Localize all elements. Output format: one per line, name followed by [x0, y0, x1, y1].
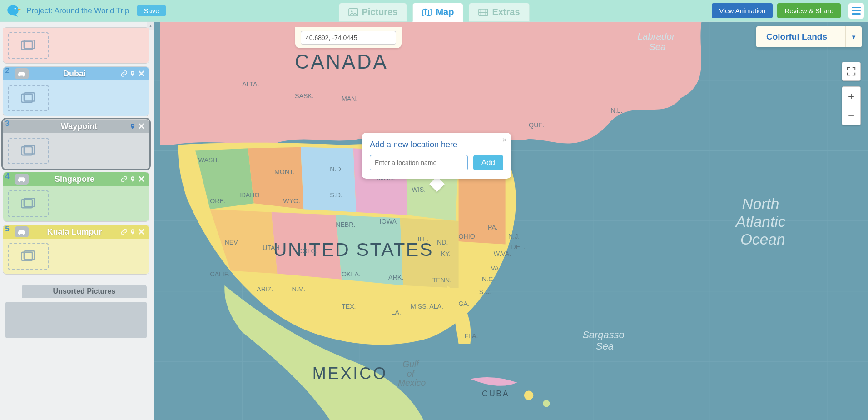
location-name-input[interactable] — [370, 155, 468, 170]
main-tabs: Pictures Map Extras — [338, 0, 529, 22]
map-label-mexico: MEXICO — [312, 364, 387, 383]
location-actions: ✕ — [120, 175, 145, 184]
add-location-popup: × Add a new location here Add — [362, 133, 511, 179]
svg-text:ARIZ.: ARIZ. — [257, 285, 273, 293]
unsorted-pictures-dropzone[interactable] — [5, 302, 147, 338]
tab-map[interactable]: Map — [412, 3, 463, 22]
delete-location-button[interactable]: ✕ — [138, 122, 145, 131]
delete-location-button[interactable]: ✕ — [138, 227, 145, 236]
pin-icon[interactable] — [129, 122, 136, 130]
svg-text:QUE.: QUE. — [529, 121, 545, 129]
location-card[interactable] — [3, 27, 149, 64]
link-icon[interactable] — [120, 175, 128, 183]
tab-map-label: Map — [436, 7, 454, 17]
hamburger-menu-button[interactable] — [848, 3, 864, 19]
location-body[interactable] — [3, 80, 149, 116]
picture-dropzone[interactable] — [8, 32, 49, 59]
view-animation-button[interactable]: View Animation — [712, 3, 773, 18]
svg-text:WYO.: WYO. — [283, 197, 300, 205]
location-number: 5 — [2, 224, 12, 234]
map-canvas[interactable]: CANADA UNITED STATES MEXICO CUBA North A… — [154, 22, 868, 420]
svg-text:KY.: KY. — [441, 250, 451, 257]
zoom-out-button[interactable]: − — [842, 106, 860, 125]
coord-input[interactable] — [301, 31, 396, 45]
add-location-button[interactable]: Add — [473, 155, 503, 170]
location-number: 3 — [2, 119, 12, 129]
svg-text:ORE.: ORE. — [210, 197, 226, 205]
fit-to-screen-button[interactable] — [842, 62, 861, 81]
svg-point-16 — [543, 400, 550, 407]
svg-text:N.M.: N.M. — [292, 285, 306, 293]
location-card[interactable]: 3 Waypoint ✕ — [3, 119, 149, 169]
svg-text:IOWA: IOWA — [380, 218, 397, 225]
location-card[interactable]: 4 Singapore ✕ — [3, 172, 149, 222]
transport-mode-icon[interactable] — [15, 226, 29, 237]
location-title: Waypoint — [31, 122, 127, 131]
tab-extras[interactable]: Extras — [469, 3, 529, 22]
popup-close-button[interactable]: × — [502, 135, 507, 145]
location-header[interactable]: Kuala Lumpur ✕ — [3, 225, 149, 239]
location-card[interactable]: 2 Dubai ✕ — [3, 66, 149, 116]
picture-dropzone[interactable] — [8, 190, 49, 217]
link-icon[interactable] — [120, 228, 128, 235]
map-icon — [422, 8, 432, 16]
location-number: 4 — [2, 171, 12, 181]
location-header[interactable]: Singapore ✕ — [3, 172, 149, 186]
location-body[interactable] — [3, 186, 149, 221]
svg-text:UTAH: UTAH — [263, 244, 280, 251]
location-title: Singapore — [31, 175, 118, 184]
app-logo-bird-icon — [5, 3, 21, 19]
map-style-selector[interactable]: Colorful Lands ▼ — [756, 26, 862, 47]
zoom-in-button[interactable]: + — [842, 87, 860, 106]
picture-dropzone[interactable] — [8, 243, 49, 270]
save-button[interactable]: Save — [137, 5, 165, 16]
transport-mode-icon[interactable] — [15, 68, 29, 79]
delete-location-button[interactable]: ✕ — [138, 69, 145, 78]
svg-text:LA.: LA. — [392, 309, 401, 316]
location-body[interactable] — [3, 133, 149, 169]
svg-text:NEV.: NEV. — [225, 239, 239, 246]
svg-text:MAN.: MAN. — [342, 95, 357, 102]
svg-text:COLO.: COLO. — [298, 247, 317, 255]
svg-text:North
        Atlantic
       : North Atlantic Ocean — [735, 195, 790, 247]
pin-icon[interactable] — [129, 175, 136, 183]
pin-icon[interactable] — [129, 70, 136, 78]
svg-text:PA.: PA. — [488, 224, 498, 231]
svg-text:FLA.: FLA. — [464, 332, 478, 340]
svg-text:MISS.: MISS. — [411, 303, 428, 310]
svg-text:IDAHO: IDAHO — [239, 191, 260, 199]
transport-mode-icon[interactable] — [15, 174, 29, 185]
popup-title: Add a new location here — [370, 140, 503, 150]
svg-text:SASK.: SASK. — [295, 92, 314, 100]
svg-text:VA.: VA. — [491, 265, 501, 272]
location-card[interactable]: 5 Kuala Lumpur ✕ — [3, 225, 149, 275]
location-body[interactable] — [3, 28, 149, 63]
unsorted-pictures-header[interactable]: Unsorted Pictures — [22, 285, 147, 298]
tab-pictures[interactable]: Pictures — [338, 3, 407, 22]
picture-placeholder-icon — [20, 250, 36, 262]
extras-icon — [478, 8, 488, 16]
location-actions: ✕ — [120, 227, 145, 236]
review-share-button[interactable]: Review & Share — [777, 3, 841, 18]
delete-location-button[interactable]: ✕ — [138, 175, 145, 184]
map-label-canada: CANADA — [295, 50, 388, 73]
location-body[interactable] — [3, 239, 149, 274]
picture-dropzone[interactable] — [8, 138, 49, 164]
svg-text:CUBA: CUBA — [482, 389, 509, 398]
svg-text:ALTA.: ALTA. — [242, 80, 259, 88]
pin-icon[interactable] — [129, 228, 136, 236]
picture-placeholder-icon — [20, 198, 36, 210]
svg-text:N.D.: N.D. — [330, 165, 342, 173]
location-title: Dubai — [31, 69, 118, 79]
map-style-dropdown-icon[interactable]: ▼ — [845, 26, 862, 47]
svg-text:WIS.: WIS. — [412, 186, 426, 193]
location-header[interactable]: Dubai ✕ — [3, 67, 149, 80]
svg-text:NEBR.: NEBR. — [336, 221, 355, 228]
link-icon[interactable] — [120, 70, 128, 77]
location-header[interactable]: Waypoint ✕ — [3, 120, 149, 133]
project-title: Project: Around the World Trip — [26, 6, 129, 15]
svg-text:MONT.: MONT. — [274, 168, 294, 175]
picture-dropzone[interactable] — [8, 85, 49, 111]
svg-text:IND.: IND. — [435, 239, 448, 246]
svg-text:WASH.: WASH. — [198, 156, 219, 164]
